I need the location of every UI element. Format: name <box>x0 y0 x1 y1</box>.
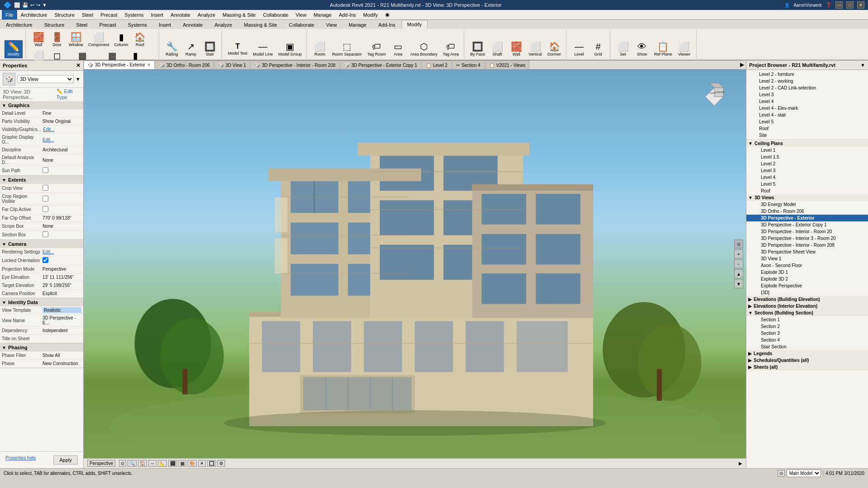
pb-section-sections-building[interactable]: ▼ Sections (Building Section) <box>746 310 868 316</box>
bottom-icon-1[interactable]: ⊙ <box>778 470 785 477</box>
pb-item-ceiling-level1[interactable]: Level 1 <box>746 147 868 154</box>
ribbon-tab-massing[interactable]: Massing & Site <box>238 20 283 29</box>
far-clip-active-checkbox[interactable] <box>42 206 48 212</box>
pb-item-ceiling-roof[interactable]: Roof <box>746 188 868 194</box>
menu-file[interactable]: File <box>2 10 17 19</box>
view-ctrl-icon-3[interactable]: 🏠 <box>138 460 147 467</box>
apply-btn[interactable]: Apply <box>53 455 78 465</box>
roof-btn[interactable]: 🏠Roof <box>131 31 149 49</box>
pb-section-elevations-interior[interactable]: ▶ Elevations (Interior Elevation) <box>746 303 868 310</box>
menu-analyze[interactable]: Analyze <box>194 10 219 19</box>
pb-item-3d-perspective-exterior[interactable]: 3D Perspective - Exterior <box>746 215 868 221</box>
pb-item-explode-perspective[interactable]: Explode Perspective <box>746 282 868 289</box>
pb-item-explode-3d1[interactable]: Explode 3D 1 <box>746 269 868 276</box>
wall-btn[interactable]: 🧱Wall <box>29 31 47 49</box>
menu-addins[interactable]: Add-Ins <box>335 10 359 19</box>
set-btn[interactable]: ⬜Set <box>614 40 632 58</box>
pb-item-level2-cad[interactable]: Level 2 - CAD Link-selection <box>746 84 868 91</box>
view-ctrl-icon-4[interactable]: ↔ <box>148 460 156 467</box>
pb-item-3d-energy[interactable]: 3D Energy Model <box>746 201 868 208</box>
pb-item-level2-furniture[interactable]: Level 2 - furniture <box>746 71 868 78</box>
tag-room-btn[interactable]: 🏷Tag Room <box>365 40 388 58</box>
modify-btn[interactable]: ✏️ Modify <box>5 40 23 58</box>
view-ctrl-icon-6[interactable]: ⬛ <box>168 460 177 467</box>
camera-section-header[interactable]: ▼ Camera <box>0 240 83 248</box>
pb-item-ceiling-level4[interactable]: Level 4 <box>746 174 868 181</box>
ribbon-tab-structure[interactable]: Structure <box>38 20 71 29</box>
phasing-section-header[interactable]: ▼ Phasing <box>0 343 83 352</box>
ramp-btn[interactable]: ↗Ramp <box>182 40 200 58</box>
menu-steel[interactable]: Steel <box>78 10 97 19</box>
room-separator-btn[interactable]: ⬚Room Separator <box>330 40 364 58</box>
menu-insert[interactable]: Insert <box>147 10 167 19</box>
scroll-down-btn[interactable]: ▼ <box>734 279 743 288</box>
scroll-up-btn[interactable]: ▲ <box>734 269 743 278</box>
door-btn[interactable]: 🚪Door <box>48 31 66 49</box>
identity-data-header[interactable]: ▼ Identity Data <box>0 298 83 306</box>
pb-item-level2-working[interactable]: Level 2 - working <box>746 78 868 84</box>
pb-section-sheets[interactable]: ▶ Sheets (all) <box>746 364 868 371</box>
ribbon-tab-architecture[interactable]: Architecture <box>0 20 38 29</box>
view-ctrl-icon-9[interactable]: ☀ <box>198 460 206 467</box>
room-btn[interactable]: ⬜Room <box>311 40 329 58</box>
menu-structure[interactable]: Structure <box>51 10 78 19</box>
perspective-btn[interactable]: Perspective <box>87 460 115 467</box>
locked-orientation-checkbox[interactable] <box>42 257 48 263</box>
pb-item-level3[interactable]: Level 3 <box>746 91 868 98</box>
pb-item-ceiling-level5[interactable]: Level 5 <box>746 181 868 188</box>
viewer-btn[interactable]: ⬜Viewer <box>675 40 693 58</box>
menu-collaborate[interactable]: Collaborate <box>259 10 292 19</box>
menu-manage[interactable]: Manage <box>310 10 335 19</box>
tab-level2[interactable]: 📋 Level 2 <box>422 61 452 69</box>
show-btn[interactable]: 👁Show <box>633 40 651 58</box>
view-ctrl-icon-8[interactable]: 🎨 <box>188 460 197 467</box>
column-btn[interactable]: ▮Column <box>112 31 131 49</box>
stair-btn[interactable]: 🔲Stair <box>201 40 219 58</box>
pb-item-3d-ortho-206[interactable]: 3D Ortho - Room 206 <box>746 208 868 215</box>
pb-item-3d-view1[interactable]: 3D View 1 <box>746 255 868 262</box>
ribbon-tab-systems[interactable]: Systems <box>122 20 153 29</box>
pb-arrow[interactable]: ▼ <box>860 62 865 68</box>
view-type-select[interactable]: 3D View <box>17 75 74 83</box>
pb-item-ceiling-level2[interactable]: Level 2 <box>746 160 868 167</box>
pb-item-section2[interactable]: Section 2 <box>746 323 868 330</box>
zoom-extents-btn[interactable]: ⊙ <box>734 239 743 249</box>
model-group-btn[interactable]: ▣Model Group <box>276 40 304 58</box>
pb-item-ceiling-level3[interactable]: Level 3 <box>746 167 868 174</box>
ribbon-tab-view[interactable]: View <box>320 20 343 29</box>
view-ctrl-icon-11[interactable]: ⚙ <box>217 460 225 467</box>
ribbon-tab-precast[interactable]: Precast <box>93 20 122 29</box>
tab-3d-ortho-room206[interactable]: 🎲 3D Ortho - Room 206 <box>155 61 214 69</box>
menu-systems[interactable]: Systems <box>121 10 147 19</box>
pb-item-section3[interactable]: Section 3 <box>746 330 868 337</box>
view-selector-arrow[interactable]: ▼ <box>75 76 80 82</box>
graphics-section-header[interactable]: ▼ Graphics <box>0 101 83 109</box>
pb-item-3d-perspective-interior-208[interactable]: 3D Perspective - Interior - Room 208 <box>746 242 868 249</box>
area-btn[interactable]: ▭Area <box>389 40 407 58</box>
pb-item-explode-3d2[interactable]: Explode 3D 2 <box>746 276 868 282</box>
by-face-btn[interactable]: 🔲By Face <box>468 40 487 58</box>
pb-item-ceiling-level15[interactable]: Level 1.5 <box>746 154 868 160</box>
extents-section-header[interactable]: ▼ Extents <box>0 176 83 184</box>
edit-type-btn[interactable]: ✏️ Edit Type <box>57 89 80 100</box>
model-dropdown[interactable]: Main Model <box>787 469 821 477</box>
menu-view[interactable]: View <box>292 10 310 19</box>
view-ctrl-icon-2[interactable]: 🔍 <box>127 460 137 467</box>
pb-item-3d-perspective-interior-20[interactable]: 3D Perspective - Interior - Room 20 <box>746 228 868 235</box>
pb-item-3d-default[interactable]: {3D} <box>746 289 868 296</box>
section-box-checkbox[interactable] <box>42 231 48 237</box>
view-ctrl-icon-1[interactable]: ⊙ <box>119 460 126 467</box>
view-ctrl-icon-5[interactable]: 📐 <box>158 460 167 467</box>
viewport-3d[interactable]: LEFT FRONT ⊙ + − ▲ ▼ <box>84 70 746 458</box>
pb-item-section1[interactable]: Section 1 <box>746 316 868 323</box>
tab-v2021-views[interactable]: 📋 V2021 - Views <box>485 61 529 69</box>
model-select[interactable]: Main Model <box>787 469 821 477</box>
shaft-btn[interactable]: ⬜Shaft <box>488 40 506 58</box>
ribbon-tab-annotate[interactable]: Annotate <box>177 20 208 29</box>
scroll-right-btn[interactable]: ▶ <box>739 461 742 466</box>
quick-access-icons[interactable]: ⬜ 💾 ↩ ↪ ▼ <box>14 2 47 8</box>
ribbon-tab-modify[interactable]: Modify <box>401 20 428 29</box>
zoom-out-btn[interactable]: − <box>734 259 743 268</box>
tab-close-btn[interactable]: ✕ <box>147 62 151 67</box>
tabs-scroll-right[interactable]: ▶ <box>738 61 746 69</box>
